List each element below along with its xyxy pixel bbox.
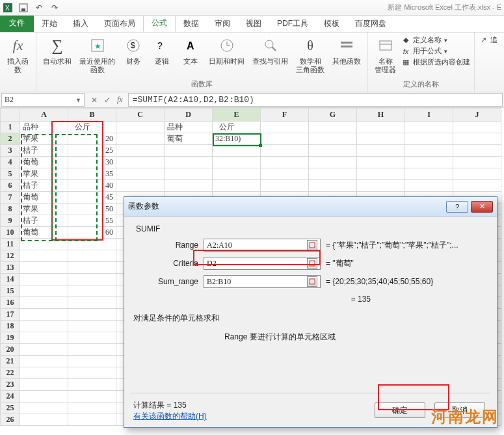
cell-D5[interactable] (165, 168, 213, 180)
cell-D2[interactable]: 葡萄 (165, 133, 213, 145)
cancel-button[interactable]: 取消 (434, 402, 485, 418)
cell-B2[interactable]: 20 (68, 133, 116, 145)
cell-G5[interactable] (309, 168, 357, 180)
recent-functions-button[interactable]: ★ 最近使用的 函数 (77, 34, 118, 75)
row-header-12[interactable]: 12 (1, 250, 20, 262)
row-header-15[interactable]: 15 (1, 285, 20, 297)
row-header-26[interactable]: 26 (1, 414, 20, 426)
cell-C3[interactable] (116, 145, 165, 157)
col-header-G[interactable]: G (309, 109, 357, 122)
cell-B4[interactable]: 30 (68, 157, 116, 168)
cell-D4[interactable] (165, 157, 213, 168)
cell-A3[interactable]: 桔子 (20, 145, 68, 157)
cell-H5[interactable] (357, 168, 405, 180)
cell-B9[interactable]: 55 (68, 215, 116, 227)
dialog-help-button[interactable]: ? (446, 201, 468, 213)
cell-A16[interactable] (20, 297, 68, 309)
cell-B5[interactable]: 35 (68, 168, 116, 180)
cell-A24[interactable] (20, 391, 68, 402)
tab-view[interactable]: 视图 (238, 15, 269, 32)
col-header-A[interactable]: A (20, 109, 68, 122)
cell-G1[interactable] (309, 122, 357, 133)
cell-B14[interactable] (68, 274, 116, 285)
row-header-23[interactable]: 23 (1, 379, 20, 391)
insert-function-button[interactable]: fx 插入函数 (4, 34, 32, 75)
cell-A22[interactable] (20, 367, 68, 379)
tab-page-layout[interactable]: 页面布局 (96, 15, 143, 32)
cell-H1[interactable] (357, 122, 405, 133)
cell-B10[interactable]: 60 (68, 227, 116, 239)
cell-H4[interactable] (357, 157, 405, 168)
cell-J4[interactable] (453, 157, 501, 168)
enter-formula-icon[interactable]: ✓ (104, 96, 111, 105)
formula-input[interactable]: =SUMIF(A2:A10,D2,B2:B10) (128, 93, 503, 107)
cell-B15[interactable] (68, 285, 116, 297)
cell-B25[interactable] (68, 402, 116, 414)
cell-E5[interactable] (213, 168, 261, 180)
row-header-14[interactable]: 14 (1, 274, 20, 285)
cell-A18[interactable] (20, 321, 68, 332)
undo-icon[interactable]: ↶ (34, 3, 44, 13)
cell-B8[interactable]: 50 (68, 204, 116, 215)
cell-D1[interactable]: 品种 (165, 122, 213, 133)
cell-G4[interactable] (309, 157, 357, 168)
row-header-9[interactable]: 9 (1, 215, 20, 227)
tab-home[interactable]: 开始 (34, 15, 65, 32)
row-header-6[interactable]: 6 (1, 180, 20, 192)
row-header-21[interactable]: 21 (1, 356, 20, 367)
redo-icon[interactable]: ↷ (49, 3, 60, 13)
row-header-19[interactable]: 19 (1, 332, 20, 344)
define-name-item[interactable]: ◆定义名称 ▾ (401, 35, 470, 45)
cell-A6[interactable]: 桔子 (20, 180, 68, 192)
cell-C2[interactable] (116, 133, 165, 145)
cell-B6[interactable]: 40 (68, 180, 116, 192)
col-header-E[interactable]: E (213, 109, 261, 122)
select-all-corner[interactable] (1, 109, 20, 122)
cell-E1[interactable]: 公斤 (213, 122, 261, 133)
cell-B18[interactable] (68, 321, 116, 332)
col-header-D[interactable]: D (165, 109, 213, 122)
row-header-2[interactable]: 2 (1, 133, 20, 145)
cell-E3[interactable] (213, 145, 261, 157)
cell-G3[interactable] (309, 145, 357, 157)
tab-formulas[interactable]: 公式 (143, 14, 176, 32)
autosum-button[interactable]: ∑ 自动求和 (40, 34, 74, 67)
cell-A14[interactable] (20, 274, 68, 285)
cell-H3[interactable] (357, 145, 405, 157)
tab-template[interactable]: 模板 (316, 15, 347, 32)
cell-A25[interactable] (20, 402, 68, 414)
cell-F3[interactable] (261, 145, 309, 157)
col-header-I[interactable]: I (405, 109, 453, 122)
cell-A10[interactable]: 葡萄 (20, 227, 68, 239)
cell-I4[interactable] (405, 157, 453, 168)
cell-G2[interactable] (309, 133, 357, 145)
cell-A17[interactable] (20, 309, 68, 321)
cell-A7[interactable]: 葡萄 (20, 192, 68, 204)
cell-I3[interactable] (405, 145, 453, 157)
row-header-22[interactable]: 22 (1, 367, 20, 379)
col-header-C[interactable]: C (116, 109, 165, 122)
cell-F5[interactable] (261, 168, 309, 180)
cell-B12[interactable] (68, 250, 116, 262)
cell-D3[interactable] (165, 145, 213, 157)
row-header-25[interactable]: 25 (1, 402, 20, 414)
cell-E2[interactable]: 32:B10) (213, 133, 261, 145)
row-header-17[interactable]: 17 (1, 309, 20, 321)
cancel-formula-icon[interactable]: ✕ (91, 96, 98, 105)
tab-review[interactable]: 审阅 (207, 15, 238, 32)
cell-A23[interactable] (20, 379, 68, 391)
dialog-close-button[interactable]: ✕ (471, 201, 493, 213)
row-header-20[interactable]: 20 (1, 344, 20, 356)
cell-E4[interactable] (213, 157, 261, 168)
cell-A8[interactable]: 苹果 (20, 204, 68, 215)
more-functions-button[interactable]: 其他函数 (330, 34, 364, 67)
financial-button[interactable]: $ 财务 (120, 34, 146, 67)
cell-J1[interactable] (453, 122, 501, 133)
datetime-button[interactable]: 日期和时间 (206, 34, 247, 67)
cell-J2[interactable] (453, 133, 501, 145)
fx-button-icon[interactable]: fx (117, 95, 123, 105)
cell-B16[interactable] (68, 297, 116, 309)
create-from-selection-item[interactable]: ▦根据所选内容创建 (401, 57, 470, 67)
cell-B26[interactable] (68, 414, 116, 426)
tab-file[interactable]: 文件 (0, 14, 34, 32)
